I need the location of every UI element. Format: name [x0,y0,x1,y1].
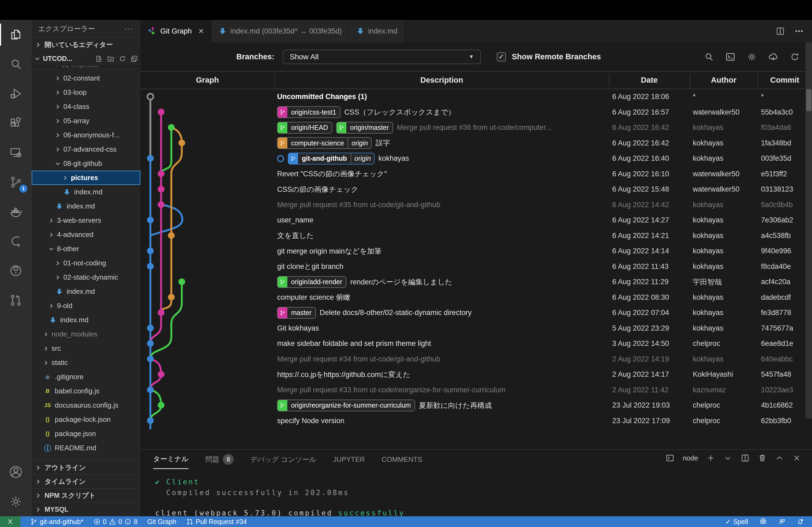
new-terminal-icon[interactable] [706,453,715,463]
tree-item-package.json[interactable]: {}package.json [32,427,141,441]
new-folder-icon[interactable] [106,55,115,63]
commit-row[interactable]: computer-scienceorigin誤字6 Aug 2022 16:42… [141,136,806,151]
shell-label[interactable]: node [683,454,698,462]
commit-row[interactable]: 文を直した6 Aug 2022 14:21kokhayasa4c538fb [141,228,806,244]
tree-item-index.md[interactable]: index.md [32,284,141,299]
more-actions-icon[interactable]: ··· [125,25,134,33]
commit-row[interactable]: CSSの節の画像チェック6 Aug 2022 15:48waterwalker5… [141,182,806,197]
tab-index-diff[interactable]: index.md (003fe35d^ ↔ 003fe35d) [212,20,349,42]
tree-item-03-loop[interactable]: 03-loop [32,85,141,100]
curved-arrow-icon[interactable] [0,226,32,256]
section-MYSQL[interactable]: MYSQL [32,502,141,516]
col-graph[interactable]: Graph [141,72,274,89]
tree-item-babel.config.js[interactable]: Bbabel.config.js [32,384,141,398]
show-remote-checkbox[interactable]: ✓ [497,52,506,61]
new-file-icon[interactable] [95,55,103,63]
section-NPM-スクリプト[interactable]: NPM スクリプト [32,488,141,502]
commit-row[interactable]: git cloneとgit branch6 Aug 2022 11:43kokh… [141,259,806,274]
search-icon[interactable] [704,51,714,62]
tree-item-02-constant[interactable]: 02-constant [32,71,141,85]
account-icon[interactable] [0,457,32,487]
split-editor-icon[interactable] [775,26,785,36]
scrollbar-thumb[interactable] [806,89,811,111]
tree-item-README.md[interactable]: iREADME.md [32,441,141,455]
feedback-icon[interactable] [778,518,786,525]
section-アウトライン[interactable]: アウトライン [32,461,141,475]
tree-item-8-other[interactable]: 8-other [32,242,141,256]
tree-item-pictures[interactable]: pictures [32,171,141,185]
pull-request-icon[interactable] [0,286,32,315]
tree-item-.gitignore[interactable]: ◈.gitignore [32,370,141,384]
split-terminal-icon[interactable] [741,453,750,463]
panel-tab-デバッグ コンソール[interactable]: デバッグ コンソール [250,450,316,469]
branch-badge[interactable]: git-and-githuborigin [288,153,375,165]
source-control-icon[interactable]: 1 [0,167,32,197]
commit-row[interactable]: specify Node version23 Jul 2022 17:09che… [141,413,806,429]
commit-row[interactable]: origin/css-test1CSS（フレックスボックスまで）6 Aug 20… [141,105,806,120]
branch-badge[interactable]: computer-scienceorigin [277,137,372,149]
tree-item-01-not-coding[interactable]: 01-not-coding [32,256,141,270]
panel-tab-問題[interactable]: 問題8 [205,450,234,469]
tab-git-graph[interactable]: Git Graph ✕ [141,20,212,42]
trash-icon[interactable] [758,453,767,463]
commit-row[interactable]: Uncommitted Changes (1)6 Aug 2022 18:06*… [141,89,806,105]
col-author[interactable]: Author [690,72,758,89]
chevron-down-icon[interactable] [723,453,733,463]
tree-item-05-array[interactable]: 05-array [32,114,141,128]
tree-item-node_modules[interactable]: node_modules [32,327,141,341]
extensions-icon[interactable] [0,108,32,138]
git-graph-status[interactable]: Git Graph [147,518,176,526]
branch-badge[interactable]: origin/master [336,122,393,134]
refresh-icon[interactable] [118,55,127,63]
panel-tab-ターミナル[interactable]: ターミナル [153,450,188,469]
commit-row[interactable]: origin/add-renderrenderのページを編集しました6 Aug … [141,274,806,290]
panel-tab-COMMENTS[interactable]: COMMENTS [381,450,422,469]
open-editors-section[interactable]: 開いているエディター [32,37,141,51]
commit-row[interactable]: computer science 俯瞰6 Aug 2022 08:30kokha… [141,290,806,305]
run-debug-icon[interactable] [0,79,32,108]
commit-row[interactable]: masterDelete docs/8-other/02-static-dyna… [141,305,806,321]
terminal-icon[interactable] [725,51,736,62]
branch-badge[interactable]: master [277,307,316,319]
tree-item-docusaurus.config.js[interactable]: JSdocusaurus.config.js [32,398,141,412]
tree-item-06-anonymous-f...[interactable]: 06-anonymous-f... [32,128,141,142]
col-description[interactable]: Description [274,72,609,89]
partial-tree-item[interactable]: 01-inspector [32,66,141,71]
tree-item-4-advanced[interactable]: 4-advanced [32,228,141,242]
tree-item-04-class[interactable]: 04-class [32,100,141,114]
problems-status[interactable]: 0 0 8 [93,518,138,526]
branch-badge[interactable]: origin/reorganize-for-summer-curriculum [277,400,415,411]
tree-item-02-static-dynamic[interactable]: 02-static-dynamic [32,270,141,284]
commit-row[interactable]: Merge pull request #34 from ut-code/git-… [141,351,806,367]
panel-tab-JUPYTER[interactable]: JUPYTER [333,450,365,469]
tree-item-9-old[interactable]: 9-old [32,299,141,313]
branch-status[interactable]: git-and-github* [30,518,84,526]
commit-row[interactable]: origin/HEADorigin/masterMerge pull reque… [141,120,806,136]
tree-item-3-web-servers[interactable]: 3-web-servers [32,213,141,228]
section-タイムライン[interactable]: タイムライン [32,475,141,488]
commit-row[interactable]: Merge pull request #35 from ut-code/git-… [141,197,806,213]
commit-row[interactable]: Revert "CSSの節の画像チェック"6 Aug 2022 16:10wat… [141,166,806,182]
settings-gear-icon[interactable] [746,51,757,62]
branch-badge[interactable]: origin/css-test1 [277,106,340,118]
collapse-all-icon[interactable] [130,55,138,63]
col-date[interactable]: Date [609,72,690,89]
branches-dropdown[interactable]: Show All ▼ [283,50,481,64]
close-panel-icon[interactable] [792,453,801,463]
commit-row[interactable]: Merge pull request #33 from ut-code/reor… [141,382,806,398]
more-actions-icon[interactable] [794,26,804,36]
tree-item-static[interactable]: static [32,356,141,370]
notifications-bell-icon[interactable] [796,518,804,525]
commit-row[interactable]: https://.co.jpをhttps://github.comに変えた2 A… [141,367,806,382]
refresh-icon[interactable] [789,51,800,62]
pull-request-status[interactable]: Pull Request #34 [186,518,247,526]
maximize-panel-icon[interactable] [775,453,784,463]
spell-status[interactable]: ✓Spell [725,518,748,526]
search-icon[interactable] [0,49,32,79]
workspace-section[interactable]: UTCOD... [32,51,141,66]
copilot-icon[interactable] [759,517,767,526]
tab-index-md[interactable]: index.md [349,20,405,42]
commit-row[interactable]: make sidebar foldable and set prism them… [141,336,806,351]
remote-indicator[interactable] [0,516,20,527]
settings-gear-icon[interactable] [0,487,32,516]
